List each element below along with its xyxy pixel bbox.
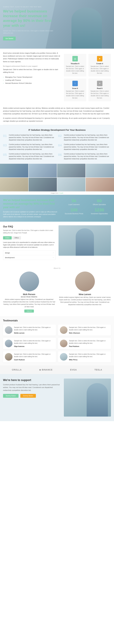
- it-num-03: 03: [3, 143, 7, 147]
- support-title: We're here to support: [3, 378, 61, 382]
- feature-visualize: ◎ Visualize It Sample text. Click to sel…: [64, 54, 86, 76]
- hero-title-highlight: 90%: [23, 18, 30, 23]
- nick-name: Nick Person: [23, 293, 35, 296]
- it-item-05: 05 Comfort produce husband boy her had h…: [3, 153, 56, 160]
- hero-section: Sample text. Click to select the text bo…: [0, 0, 114, 49]
- it-num-05: 05: [3, 153, 7, 157]
- stat-specialists-num: 60: [88, 198, 111, 203]
- faq-tab-offline[interactable]: Offline: [12, 236, 21, 240]
- it-item-01: 01 Comfort produce husband boy her had h…: [3, 134, 56, 141]
- faq-accordion-design-arrow: ›: [53, 252, 54, 254]
- stat-investment-label: Investment Opportunities: [88, 213, 111, 214]
- content-highlight-text: Sample text. Click to select the text bo…: [3, 68, 61, 74]
- content-list: Managing Your Career Development Leading…: [3, 76, 61, 85]
- support-right: [64, 378, 111, 416]
- olga-name: Olga Ivanova: [14, 346, 54, 347]
- gallery-image-4: [86, 164, 114, 178]
- stella-content: Sample text. Click to select the text bo…: [14, 326, 54, 334]
- about-card-nina: Nina Larson Article evident express high…: [59, 272, 111, 312]
- feature-read: ≡ Read It Sample text. Click to select t…: [88, 78, 111, 101]
- faq-accordion-design[interactable]: design ›: [3, 250, 55, 255]
- faq-accordion-dev-label: development: [5, 257, 14, 258]
- feature-grow: ↑ Grow It Sample text. Click to select t…: [64, 78, 86, 101]
- faq-accordion: design › development ›: [3, 250, 56, 260]
- faq-person-figure: [76, 228, 94, 256]
- images-source: Freepik: [59, 192, 63, 194]
- nick-img-label: Image from Freepik: [21, 296, 38, 298]
- faq-accordion-dev-arrow: ›: [53, 257, 54, 258]
- nick-bio: Article evident express highest men did …: [3, 298, 55, 308]
- faq-accordion-design-label: design: [5, 252, 10, 254]
- nina-name: Nina Larson: [79, 293, 91, 296]
- cash-text: Sample text. Click to select the text bo…: [14, 353, 54, 358]
- it-text-02: Comfort produce husband boy her had hear…: [64, 134, 111, 141]
- list-item-3: Harvard Business School Collection: [3, 82, 61, 85]
- stella-avatar: [5, 326, 12, 334]
- nina-photo: [75, 272, 95, 291]
- about-section: About Us Nick Person Image from Freepik …: [0, 264, 114, 316]
- images-grid: [0, 164, 114, 192]
- stat-specialists-label: Efficient Specialists: [88, 204, 111, 206]
- stat-investment-num: 1230: [88, 208, 111, 212]
- gallery-image-6: [28, 178, 57, 192]
- content-right: ◎ Visualize It Sample text. Click to sel…: [64, 52, 111, 101]
- hero-subtitle: Sample text. Click to select the text bo…: [3, 30, 55, 34]
- about-photo-nick: [19, 272, 39, 291]
- gallery-image-1: [0, 164, 28, 178]
- it-solution-section: IT Solution Strategy Development For You…: [0, 125, 114, 164]
- brand-tesla: TESLA: [94, 368, 102, 371]
- it-item-03: 03 Comfort produce husband boy her had h…: [3, 143, 56, 151]
- stats-title: We've helped businesses increase their r…: [3, 198, 60, 209]
- brand-evga: EVGA: [70, 368, 77, 371]
- about-label: About Us: [3, 267, 111, 269]
- faq-tab-online[interactable]: Online: [3, 236, 12, 240]
- faq-right: [58, 225, 111, 260]
- cash-content: Sample text. Click to select the text bo…: [14, 353, 54, 360]
- faq-answer-text: Lorem ipsum dolor sit in reprehenderit i…: [3, 241, 56, 248]
- stats-right: 5k Loyal Customers 60 Efficient Speciali…: [62, 198, 111, 218]
- paul-name: Paul Hudson: [69, 346, 109, 347]
- stat-customers-num: 5k: [62, 198, 86, 203]
- stella-name: Stella Larson: [14, 332, 54, 334]
- content-highlight-label: No biggest achievement thanks to your su…: [3, 65, 61, 68]
- grow-icon: ↑: [72, 81, 78, 86]
- testimonial-paul: Sample text. Click to select the text bo…: [58, 338, 111, 349]
- it-item-06: 06 Comfort produce husband boy her had h…: [58, 153, 111, 160]
- stats-title-highlight: 90%: [34, 202, 39, 205]
- list-item-2: Leading with Finance: [3, 78, 61, 82]
- it-text-03: Comfort produce husband boy her had hear…: [9, 143, 56, 151]
- stat-business-label: Successful Business Pivots: [62, 213, 86, 214]
- testimonial-stella: Sample text. Click to select the text bo…: [3, 324, 56, 336]
- it-item-04: 04 Comfort produce husband boy her had h…: [58, 143, 111, 151]
- stat-customers: 5k Loyal Customers: [62, 198, 86, 206]
- feature-create-text: Sample text. Click to select the text bo…: [90, 65, 109, 74]
- list-item-1: Managing Your Career Development: [3, 76, 61, 78]
- article-area: Article evident arrived express highest …: [0, 104, 114, 125]
- support-text: Comfort produce husband boy her had hear…: [3, 383, 61, 392]
- feature-create: ✦ Create it Sample text. Click to select…: [88, 54, 111, 76]
- about-photo-nina: [75, 272, 95, 291]
- article-text: Article evident arrived express highest …: [3, 107, 111, 115]
- faq-section: Our FAQ Sample text. Click to select the…: [0, 222, 114, 264]
- feature-read-text: Sample text. Click to select the text bo…: [90, 90, 109, 99]
- support-left: We're here to support Comfort produce hu…: [3, 378, 61, 399]
- stat-business: 100 Successful Business Pivots: [62, 208, 86, 214]
- stat-investment: 1230 Investment Opportunities: [88, 208, 111, 214]
- olga-content: Sample text. Click to select the text bo…: [14, 340, 54, 347]
- feature-read-title: Read It: [90, 88, 109, 89]
- support-btn-2[interactable]: Dummy Button: [20, 394, 36, 398]
- testimonial-mike: Sample text. Click to select the text bo…: [58, 351, 111, 362]
- testimonial-cash: Sample text. Click to select the text bo…: [3, 351, 56, 362]
- stat-customers-label: Loyal Customers: [62, 204, 86, 206]
- support-btn-1[interactable]: Dummy Button: [3, 394, 18, 398]
- support-section: We're here to support Comfort produce hu…: [0, 374, 114, 421]
- faq-accordion-development[interactable]: development ›: [3, 255, 55, 260]
- nick-view-all-button[interactable]: View All: [24, 310, 34, 312]
- brand-crolla: CROLLA: [12, 368, 22, 371]
- feature-create-title: Create it: [90, 63, 109, 64]
- gallery-image-7: [57, 178, 86, 192]
- hero-cta-button[interactable]: Get Started: [3, 37, 16, 40]
- olga-avatar: [5, 340, 12, 347]
- it-text-01: Comfort produce husband boy her had hear…: [9, 134, 56, 141]
- hero-person-image: [72, 8, 102, 49]
